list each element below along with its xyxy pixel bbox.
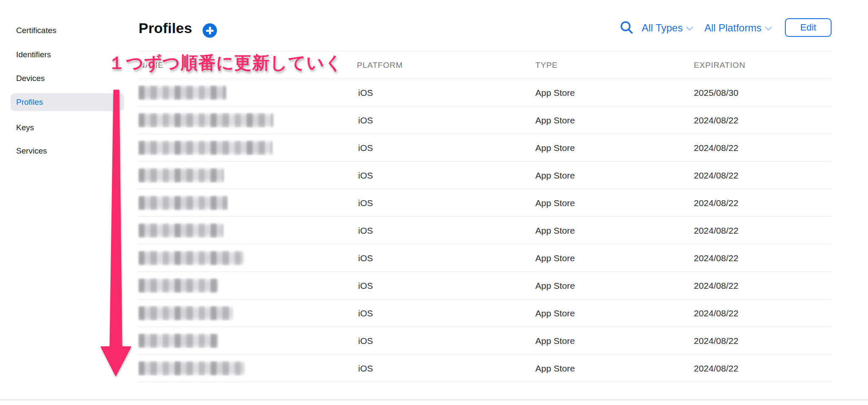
type-cell: App Store xyxy=(535,355,575,382)
toolbar: All Types All Platforms xyxy=(620,19,772,37)
table-row[interactable]: iOS App Store 2024/08/22 xyxy=(138,272,832,299)
expiration-cell: 2024/08/22 xyxy=(694,134,738,162)
type-cell: App Store xyxy=(535,327,575,355)
platform-cell: iOS xyxy=(358,134,373,162)
platform-cell: iOS xyxy=(358,189,373,217)
column-header-platform: PLATFORM xyxy=(357,51,403,79)
platform-cell: iOS xyxy=(358,217,373,244)
type-cell: App Store xyxy=(535,272,575,299)
chevron-down-icon xyxy=(686,26,693,31)
platform-cell: iOS xyxy=(358,244,373,272)
profiles-table: NAME PLATFORM TYPE EXPIRATION iOS App St… xyxy=(138,51,832,382)
sidebar-item-keys[interactable]: Keys xyxy=(16,121,34,134)
expiration-cell: 2024/08/22 xyxy=(694,217,738,244)
profiles-table-body: iOS App Store 2025/08/30 iOS App Store 2… xyxy=(138,79,832,382)
expiration-cell: 2024/08/22 xyxy=(694,244,738,272)
type-filter-dropdown[interactable]: All Types xyxy=(642,22,693,34)
expiration-cell: 2024/08/22 xyxy=(694,106,738,134)
column-header-expiration: EXPIRATION xyxy=(694,51,746,79)
platform-cell: iOS xyxy=(358,299,373,327)
table-row[interactable]: iOS App Store 2024/08/22 xyxy=(138,355,832,382)
table-row[interactable]: iOS App Store 2024/08/22 xyxy=(138,299,832,327)
platform-filter-label: All Platforms xyxy=(704,22,762,34)
type-cell: App Store xyxy=(535,106,575,134)
type-cell: App Store xyxy=(535,162,575,189)
profile-name-redacted[interactable] xyxy=(139,306,233,320)
type-filter-label: All Types xyxy=(642,22,683,34)
type-cell: App Store xyxy=(535,79,575,106)
table-row[interactable]: iOS App Store 2025/08/30 xyxy=(138,79,832,106)
platform-cell: iOS xyxy=(358,106,373,134)
profile-name-redacted[interactable] xyxy=(139,141,273,155)
expiration-cell: 2024/08/22 xyxy=(694,272,738,299)
sidebar-item-services[interactable]: Services xyxy=(16,145,47,157)
type-cell: App Store xyxy=(535,189,575,217)
table-row[interactable]: iOS App Store 2024/08/22 xyxy=(138,244,832,272)
sidebar-item-devices[interactable]: Devices xyxy=(16,72,45,85)
profile-name-redacted[interactable] xyxy=(139,168,224,182)
expiration-cell: 2024/08/22 xyxy=(694,189,738,217)
profile-name-redacted[interactable] xyxy=(139,361,245,375)
annotation-text: １つずつ順番に更新していく xyxy=(108,51,343,75)
table-row[interactable]: iOS App Store 2024/08/22 xyxy=(138,327,832,355)
search-icon[interactable] xyxy=(620,21,634,35)
arrow-down-annotation xyxy=(97,88,136,379)
platform-cell: iOS xyxy=(358,327,373,355)
expiration-cell: 2024/08/22 xyxy=(694,355,738,382)
expiration-cell: 2024/08/22 xyxy=(694,327,738,355)
type-cell: App Store xyxy=(535,134,575,162)
type-cell: App Store xyxy=(535,244,575,272)
expiration-cell: 2025/08/30 xyxy=(694,79,738,106)
sidebar-item-identifiers[interactable]: Identifiers xyxy=(16,48,51,61)
page-bottom-divider xyxy=(0,399,868,400)
platform-cell: iOS xyxy=(358,355,373,382)
table-row[interactable]: iOS App Store 2024/08/22 xyxy=(138,162,832,189)
profile-name-redacted[interactable] xyxy=(139,251,244,265)
table-row[interactable]: iOS App Store 2024/08/22 xyxy=(138,134,832,162)
profile-name-redacted[interactable] xyxy=(139,223,223,237)
add-profile-button[interactable] xyxy=(203,23,217,38)
page-title: Profiles xyxy=(139,20,192,36)
sidebar-item-profiles[interactable]: Profiles xyxy=(16,96,43,109)
platform-cell: iOS xyxy=(358,272,373,299)
expiration-cell: 2024/08/22 xyxy=(694,162,738,189)
type-cell: App Store xyxy=(535,217,575,244)
expiration-cell: 2024/08/22 xyxy=(694,299,738,327)
table-row[interactable]: iOS App Store 2024/08/22 xyxy=(138,217,832,244)
table-row[interactable]: iOS App Store 2024/08/22 xyxy=(138,106,832,134)
profile-name-redacted[interactable] xyxy=(139,113,273,127)
profiles-page: Certificates Identifiers Devices Profile… xyxy=(0,0,868,405)
platform-cell: iOS xyxy=(358,79,373,106)
type-cell: App Store xyxy=(535,299,575,327)
platform-cell: iOS xyxy=(358,162,373,189)
sidebar-item-certificates[interactable]: Certificates xyxy=(16,24,56,37)
profile-name-redacted[interactable] xyxy=(139,86,226,100)
table-row[interactable]: iOS App Store 2024/08/22 xyxy=(138,189,832,217)
column-header-type: TYPE xyxy=(535,51,558,79)
profile-name-redacted[interactable] xyxy=(139,279,218,293)
profile-name-redacted[interactable] xyxy=(139,334,218,348)
chevron-down-icon xyxy=(765,26,772,31)
profile-name-redacted[interactable] xyxy=(139,196,228,210)
edit-button[interactable]: Edit xyxy=(785,18,832,37)
platform-filter-dropdown[interactable]: All Platforms xyxy=(704,22,772,34)
